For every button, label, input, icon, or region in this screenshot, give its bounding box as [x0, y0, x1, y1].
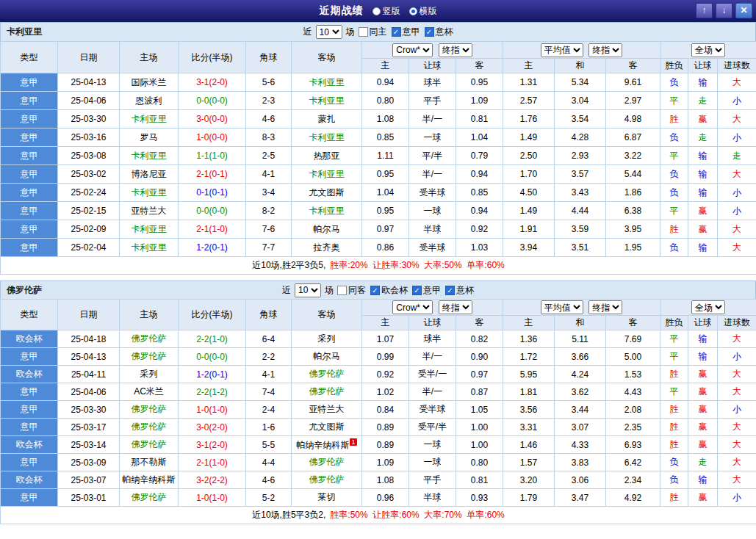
scope-select[interactable]: 全场	[691, 300, 725, 314]
league-cell: 意甲	[1, 220, 58, 239]
section-header: 佛罗伦萨 近 10 场 同客✓欧会杯✓意甲✓意杯	[0, 281, 756, 299]
handicap-away-odds: 0.80	[456, 454, 503, 471]
filter-matches-label: 场	[346, 26, 355, 38]
home-team-cell: 那不勒斯	[120, 454, 179, 471]
avg-away-odds: 6.38	[606, 202, 660, 220]
avg-draw-odds: 3.66	[555, 348, 606, 366]
scroll-down-button[interactable]: ↓	[716, 3, 732, 18]
score-cell: 2-1(0-1)	[179, 165, 246, 184]
company-select[interactable]: Crow*	[392, 43, 433, 57]
match-row: 意甲25-03-08卡利亚里1-1(1-0)2-5热那亚1.11平/半0.792…	[1, 147, 756, 165]
handicap-home-odds: 1.04	[362, 184, 409, 202]
result-wdl-cell: 胜	[660, 401, 688, 419]
average-final-select[interactable]: 终指	[588, 300, 622, 314]
filter-checkbox-意杯[interactable]: ✓意杯	[425, 26, 453, 38]
corner-cell: 4-6	[246, 110, 292, 129]
average-select[interactable]: 平均值	[541, 300, 583, 314]
date-cell: 25-03-14	[58, 436, 120, 454]
date-cell: 25-03-08	[58, 147, 120, 165]
average-odds-group-header: 平均值 终指	[503, 42, 660, 59]
handicap-home-odds: 1.02	[362, 383, 409, 401]
result-handicap-cell: 赢	[688, 401, 718, 419]
league-cell: 意甲	[1, 454, 58, 471]
avg-draw-odds: 3.57	[555, 165, 606, 184]
company-select[interactable]: Crow*	[392, 300, 433, 314]
result-handicap-cell: 走	[688, 129, 718, 147]
date-cell: 25-02-09	[58, 220, 120, 239]
date-cell: 25-03-17	[58, 419, 120, 436]
sub-header-hdc-line: 让球	[409, 316, 456, 330]
sub-header-hdc-home: 主	[362, 59, 409, 73]
filter-checkbox-意甲[interactable]: ✓意甲	[412, 284, 441, 297]
layout-option-vertical[interactable]: 竖版	[372, 5, 400, 18]
match-row: 意甲25-03-02博洛尼亚2-1(0-1)4-1卡利亚里0.95半/一0.94…	[1, 165, 756, 184]
average-final-select[interactable]: 终指	[588, 43, 622, 57]
avg-home-odds: 3.20	[503, 471, 555, 489]
result-wdl-cell: 平	[660, 348, 688, 366]
match-row: 意甲25-02-24卡利亚里0-1(0-1)3-4尤文图斯1.04受半球0.85…	[1, 184, 756, 202]
checkbox-label: 欧会杯	[381, 284, 408, 297]
company-final-select[interactable]: 终指	[439, 43, 472, 57]
radio-checked-icon	[409, 7, 417, 15]
recent-count-select[interactable]: 10	[316, 25, 342, 39]
recent-count-select[interactable]: 10	[295, 283, 321, 297]
avg-away-odds: 3.95	[606, 220, 660, 239]
close-button[interactable]: ✕	[735, 3, 752, 18]
filter-checkbox-同主[interactable]: 同主	[359, 26, 387, 38]
match-row: 意甲25-03-17佛罗伦萨3-0(2-0)1-6尤文图斯0.89受平/半1.0…	[1, 419, 756, 436]
league-cell: 意甲	[1, 489, 58, 507]
avg-home-odds: 3.56	[503, 401, 555, 419]
avg-away-odds: 5.44	[606, 165, 660, 184]
handicap-line-cell: 平手	[409, 92, 456, 110]
handicap-line-cell: 球半	[409, 330, 456, 348]
handicap-home-odds: 0.85	[362, 129, 409, 147]
scope-select[interactable]: 全场	[691, 43, 725, 57]
average-select[interactable]: 平均值	[541, 43, 583, 57]
score-cell: 2-1(1-0)	[179, 220, 246, 239]
result-goals-cell: 大	[718, 165, 756, 184]
corner-cell: 2-5	[246, 147, 292, 165]
score-cell: 3-1(2-0)	[179, 436, 246, 454]
avg-draw-odds: 3.44	[555, 401, 606, 419]
filter-checkbox-意甲[interactable]: ✓意甲	[392, 26, 420, 38]
handicap-away-odds: 0.79	[456, 147, 503, 165]
home-team-cell: 佛罗伦萨	[120, 436, 179, 454]
filter-checkbox-同客[interactable]: 同客	[337, 284, 366, 297]
handicap-away-odds: 0.82	[456, 330, 503, 348]
filter-checkbox-意杯[interactable]: ✓意杯	[445, 284, 474, 297]
sub-header-hdc-away: 客	[456, 59, 503, 73]
close-icon: ✕	[740, 5, 747, 15]
score-cell: 1-0(1-0)	[179, 401, 246, 419]
home-team-cell: 罗马	[120, 129, 179, 147]
date-cell: 25-02-15	[58, 202, 120, 220]
score-cell: 1-2(0-1)	[179, 239, 246, 257]
radio-label-horizontal: 横版	[420, 5, 437, 18]
handicap-home-odds: 0.84	[362, 401, 409, 419]
handicap-away-odds: 0.87	[456, 383, 503, 401]
avg-home-odds: 1.81	[503, 383, 555, 401]
layout-option-horizontal[interactable]: 横版	[409, 5, 437, 18]
red-card-badge: 1	[350, 438, 356, 446]
company-final-select[interactable]: 终指	[439, 300, 472, 314]
scroll-up-button[interactable]: ↑	[696, 3, 713, 18]
result-handicap-cell: 输	[688, 471, 718, 489]
col-header-away: 客场	[292, 42, 362, 73]
sub-header-wdl: 胜负	[660, 316, 688, 330]
handicap-away-odds: 1.05	[456, 401, 503, 419]
handicap-home-odds: 0.80	[362, 92, 409, 110]
away-team-cell: 亚特兰大	[292, 401, 362, 419]
filter-checkbox-欧会杯[interactable]: ✓欧会杯	[370, 284, 408, 297]
avg-away-odds: 4.43	[606, 383, 660, 401]
handicap-odds-group-header: Crow* 终指	[362, 42, 503, 59]
result-handicap-cell: 赢	[688, 489, 718, 507]
away-team-cell: 佛罗伦萨	[292, 383, 362, 401]
league-cell: 意甲	[1, 73, 58, 92]
handicap-away-odds: 1.09	[456, 92, 503, 110]
col-header-corner: 角球	[246, 42, 292, 73]
checkbox-checked-icon: ✓	[392, 27, 401, 37]
score-cell: 3-0(2-0)	[179, 419, 246, 436]
handicap-line-cell: 半球	[409, 489, 456, 507]
handicap-home-odds: 0.94	[362, 73, 409, 92]
away-team-cell: 卡利亚里	[292, 165, 362, 184]
handicap-line-cell: 受平/半	[409, 419, 456, 436]
